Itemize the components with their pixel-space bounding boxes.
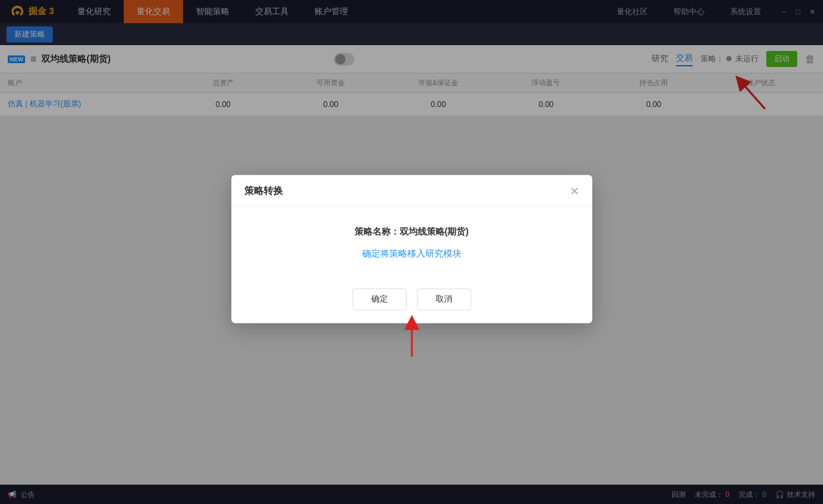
dialog-title: 策略转换	[244, 185, 283, 197]
cancel-button[interactable]: 取消	[417, 288, 471, 310]
dialog-close-button[interactable]: ✕	[570, 186, 579, 197]
strategy-name-label: 策略名称：	[354, 226, 400, 237]
dialog-strategy-name: 策略名称：双均线策略(期货)	[244, 226, 579, 238]
dialog-confirm-text: 确定将策略移入研究模块	[244, 248, 579, 260]
dialog-footer: 确定 取消	[231, 280, 592, 323]
strategy-convert-dialog: 策略转换 ✕ 策略名称：双均线策略(期货) 确定将策略移入研究模块 确定 取消	[231, 175, 592, 323]
confirm-button[interactable]: 确定	[353, 288, 407, 310]
strategy-name-value: 双均线策略(期货)	[400, 226, 469, 237]
dialog-header: 策略转换 ✕	[231, 175, 592, 206]
dialog-body: 策略名称：双均线策略(期货) 确定将策略移入研究模块	[231, 206, 592, 280]
